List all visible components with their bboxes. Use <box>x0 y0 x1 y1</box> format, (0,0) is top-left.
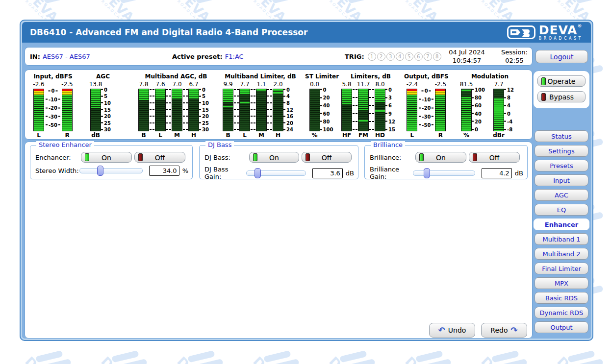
meter-bar <box>341 89 352 131</box>
meter-scale: 100806040200 <box>472 81 486 130</box>
meter-ticks <box>369 89 375 130</box>
meter-value: 5.8 <box>342 81 351 89</box>
operate-button[interactable]: Operate <box>537 75 586 87</box>
preset-value: F1:AC <box>225 53 244 60</box>
meter-scale: 0-10-20-30-50 <box>417 81 435 130</box>
dj-bass-on-button[interactable]: On <box>249 152 299 163</box>
red-led-icon <box>541 93 546 101</box>
toggle-label: Brilliance: <box>370 154 415 161</box>
unit-label: dB <box>346 170 354 177</box>
panel-stereo-enhancer: Stereo EnhancerEnchancer:OnOffStereo Wid… <box>30 145 193 179</box>
meter-value: -2.5 <box>435 81 446 89</box>
meter-value: 9.9 <box>223 81 232 89</box>
slider-thumb[interactable] <box>424 168 430 178</box>
brilliance-off-button[interactable]: Off <box>469 152 520 163</box>
meter-group-input-dbfs: Input, dBFS-2.6L0-10-20-30-50-2.5R <box>33 73 73 139</box>
meter-scale: 051015202530 <box>101 81 116 130</box>
deva-watermark-icon: DEVABROADCAST <box>0 261 5 324</box>
toggle-row: Enchancer:OnOff <box>35 152 188 163</box>
meter-ticks <box>250 89 256 130</box>
slider-thumb[interactable] <box>255 168 261 178</box>
trig-button-3[interactable]: 3 <box>386 52 395 61</box>
deva-logo-text: DEVA® BROADCAST <box>539 24 583 41</box>
sidebar-item-eq[interactable]: EQ <box>535 204 588 216</box>
brilliance-on-button[interactable]: On <box>415 152 466 163</box>
undo-button[interactable]: ↶ Undo <box>429 323 475 338</box>
meter-group-title: ST Limiter <box>305 73 339 81</box>
meter-bar <box>155 89 166 131</box>
sidebar-item-output[interactable]: Output <box>535 321 588 333</box>
sidebar-item-agc[interactable]: AGC <box>535 189 588 201</box>
toggle-row: DJ Bass:OnOff <box>204 152 354 163</box>
meter-value: -2.4 <box>407 81 418 89</box>
deva-watermark-icon: DEVABROADCAST <box>0 114 5 177</box>
toggle-row: Brilliance:OnOff <box>370 152 523 163</box>
meter-label: L <box>37 131 41 139</box>
meter-bar <box>407 89 417 131</box>
meter-group-modulation: Modulation81.5%1008060402007.7dBr12840-4… <box>461 73 519 139</box>
meter-value: 1.1 <box>256 81 266 89</box>
meter-ticks <box>149 89 155 130</box>
meter-scale: 03691215 <box>385 81 400 130</box>
deva-logo-monogram-icon <box>507 25 535 39</box>
green-led-icon <box>419 153 424 161</box>
unit-label: % <box>182 167 188 174</box>
logout-button[interactable]: Logout <box>535 50 588 63</box>
trig-button-1[interactable]: 1 <box>368 52 376 61</box>
stereo-enhancer-off-button[interactable]: Off <box>134 152 185 163</box>
meter-ticks <box>166 89 172 130</box>
meter-l: -2.6L <box>33 81 44 139</box>
red-led-icon <box>473 153 477 161</box>
in-label: IN: <box>30 53 40 60</box>
sidebar-item-status[interactable]: Status <box>535 130 588 142</box>
meter-r: -2.5R <box>62 81 73 139</box>
trig-button-4[interactable]: 4 <box>396 52 404 61</box>
stereo-enhancer-slider[interactable] <box>79 168 143 173</box>
dj-bass-slider[interactable] <box>246 170 306 176</box>
slider-label: Brilliance Gain: <box>370 166 413 180</box>
meter-label: dBr <box>493 131 505 139</box>
stereo-enhancer-on-button[interactable]: On <box>81 152 132 163</box>
meter-b: 7.8B <box>138 81 149 139</box>
dj-bass-off-button[interactable]: Off <box>302 152 352 163</box>
brilliance-value-input[interactable] <box>482 168 512 178</box>
trig-button-6[interactable]: 6 <box>414 52 423 61</box>
meter-value: 11.7 <box>357 81 370 89</box>
meter-l: 7.6L <box>155 81 166 139</box>
redo-button[interactable]: Redo ↷ <box>481 323 527 338</box>
deva-watermark-icon: DEVABROADCAST <box>0 334 5 364</box>
meter-bar <box>435 89 446 131</box>
off-label: Off <box>305 153 348 163</box>
dj-bass-value-input[interactable] <box>312 168 343 178</box>
sidebar-item-final-limiter[interactable]: Final Limiter <box>535 263 588 274</box>
meter-dbr: 7.7dBr <box>493 81 504 139</box>
meter-bar <box>358 89 369 131</box>
meter-ticks <box>233 89 239 130</box>
trig-button-7[interactable]: 7 <box>424 52 432 61</box>
meter-value: 13.8 <box>89 81 102 89</box>
meter-group-title: Input, dBFS <box>33 73 72 81</box>
sidebar-item-presets[interactable]: Presets <box>535 160 588 171</box>
brilliance-slider[interactable] <box>413 170 475 176</box>
sidebar-item-multiband-2[interactable]: Multiband 2 <box>535 248 588 260</box>
datetime-readout: 04 Jul 2024 10:54:57 <box>439 48 494 65</box>
meter-label: HF <box>342 131 351 139</box>
meter-group-title: AGC <box>96 73 110 81</box>
sidebar-item-enhancer[interactable]: Enhancer <box>534 218 589 230</box>
sidebar-item-basic-rds[interactable]: Basic RDS <box>535 292 588 304</box>
meter-value: 7.6 <box>155 81 165 89</box>
sidebar-item-mpx[interactable]: MPX <box>535 277 588 289</box>
bypass-button[interactable]: Bypass <box>537 91 586 102</box>
sidebar-item-settings[interactable]: Settings <box>535 145 588 157</box>
sidebar-item-input[interactable]: Input <box>535 174 588 186</box>
deva-watermark-icon: DEVABROADCAST <box>0 40 5 103</box>
slider-thumb[interactable] <box>97 166 103 176</box>
content-panel: Stereo EnhancerEnchancer:OnOffStereo Wid… <box>25 142 533 339</box>
trig-button-2[interactable]: 2 <box>377 52 385 61</box>
sidebar-item-multiband-1[interactable]: Multiband 1 <box>535 233 588 245</box>
stereo-enhancer-value-input[interactable] <box>149 166 179 176</box>
trig-button-5[interactable]: 5 <box>405 52 413 61</box>
sidebar-item-dynamic-rds[interactable]: Dynamic RDS <box>535 307 588 318</box>
meter-group-agc: AGC13.8dB051015202530 <box>90 73 116 139</box>
toggle-label: Enchancer: <box>35 154 81 161</box>
